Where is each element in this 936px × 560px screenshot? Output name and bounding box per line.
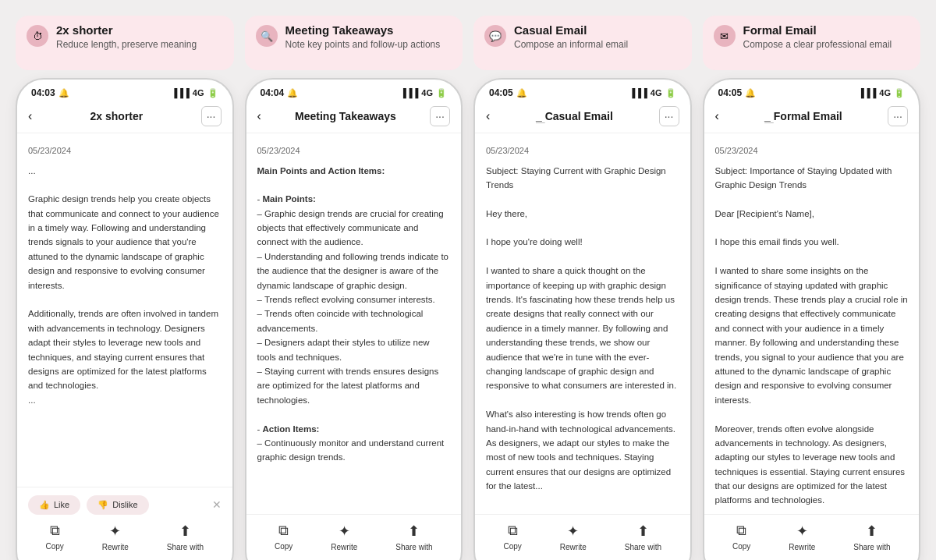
like-button[interactable]: 👍 Like [28,495,80,515]
rewrite-button-label: Rewrite [102,543,129,551]
status-bar-casual: 04:05🔔▐▐▐4G🔋 [475,80,690,101]
status-time: 04:04 [261,87,285,98]
share-button-icon: ⬆ [866,523,878,540]
badge-subtitle-meeting: Note key points and follow-up actions [285,39,441,51]
copy-button-label: Copy [45,542,63,551]
rewrite-button[interactable]: ✦Rewrite [102,523,129,551]
rewrite-button[interactable]: ✦Rewrite [560,523,587,551]
nav-title: Meeting Takeaways [261,110,430,122]
rewrite-button-icon: ✦ [109,523,121,540]
copy-button-label: Copy [732,542,750,551]
phone-footer-meeting: ⧉Copy✦Rewrite⬆Share with [246,514,462,560]
network-label: 4G [193,88,204,97]
copy-button[interactable]: ⧉Copy [45,523,63,551]
share-button-label: Share with [853,543,890,551]
status-right: ▐▐▐4G🔋 [171,88,218,98]
badge-subtitle-casual: Compose an informal email [514,39,628,51]
share-button-label: Share with [625,543,661,551]
action-row: ⧉Copy✦Rewrite⬆Share with [481,523,684,551]
status-time: 04:03 [31,87,55,98]
badge-title-meeting: Meeting Takeaways [285,23,441,37]
status-bar-shorter: 04:03🔔▐▐▐4G🔋 [17,80,232,101]
rewrite-button-label: Rewrite [789,543,815,551]
notification-bell-icon: 🔔 [58,88,69,98]
badge-text-shorter: 2x shorterReduce length, preserve meanin… [56,23,197,51]
column-casual: 💬Casual EmailCompose an informal email04… [473,16,692,560]
signal-icon: ▐▐▐ [629,88,647,97]
phone-casual: 04:05🔔▐▐▐4G🔋‹_ Casual Email···05/23/2024… [473,78,692,560]
badge-formal: ✉Formal EmailCompose a clear professiona… [703,16,921,70]
status-bar-formal: 04:05🔔▐▐▐4G🔋 [704,80,920,101]
copy-button-icon: ⧉ [50,523,60,539]
badge-title-casual: Casual Email [514,23,628,37]
copy-button-icon: ⧉ [736,523,746,539]
nav-title: _ Casual Email [490,110,658,122]
phone-footer-casual: ⧉Copy✦Rewrite⬆Share with [475,514,690,560]
rewrite-button-icon: ✦ [567,523,579,540]
dislike-button[interactable]: 👎 Dislike [87,495,148,515]
phone-nav-meeting: ‹Meeting Takeaways··· [246,101,462,133]
badge-icon-casual: 💬 [484,25,506,47]
more-options-button[interactable]: ··· [888,106,908,126]
column-formal: ✉Formal EmailCompose a clear professiona… [703,16,921,560]
more-options-button[interactable]: ··· [201,106,222,126]
status-time: 04:05 [489,87,513,98]
battery-icon: 🔋 [436,88,447,98]
phone-footer-shorter: 👍 Like👎 Dislike✕⧉Copy✦Rewrite⬆Share with [17,487,232,560]
phone-content-meeting: 05/23/2024Main Points and Action Items:-… [246,133,462,508]
more-options-button[interactable]: ··· [430,106,450,126]
badge-text-meeting: Meeting TakeawaysNote key points and fol… [285,23,441,51]
badge-casual: 💬Casual EmailCompose an informal email [473,16,692,70]
share-button-icon: ⬆ [637,523,649,540]
action-row: ⧉Copy✦Rewrite⬆Share with [23,523,226,551]
nav-title: _ Formal Email [719,110,888,122]
copy-button[interactable]: ⧉Copy [275,523,292,551]
badge-subtitle-shorter: Reduce length, preserve meaning [56,39,197,51]
share-button[interactable]: ⬆Share with [853,523,890,551]
nav-title: 2x shorter [32,110,200,122]
badge-icon-formal: ✉ [714,25,736,47]
content-date: 05/23/2024 [257,144,451,158]
badge-subtitle-formal: Compose a clear professional email [743,39,892,51]
action-row: ⧉Copy✦Rewrite⬆Share with [711,523,913,551]
network-label: 4G [421,88,433,97]
copy-button[interactable]: ⧉Copy [732,523,750,551]
column-shorter: ⏱2x shorterReduce length, preserve meani… [16,16,234,560]
content-date: 05/23/2024 [715,144,909,158]
notification-bell-icon: 🔔 [287,88,298,98]
content-date: 05/23/2024 [28,144,222,158]
status-bar-meeting: 04:04🔔▐▐▐4G🔋 [246,80,462,101]
copy-button-icon: ⧉ [278,523,289,539]
badge-text-casual: Casual EmailCompose an informal email [514,23,628,51]
rewrite-button[interactable]: ✦Rewrite [789,523,815,551]
battery-icon: 🔋 [665,88,676,98]
more-options-button[interactable]: ··· [659,106,679,126]
main-container: ⏱2x shorterReduce length, preserve meani… [16,16,920,560]
rewrite-button[interactable]: ✦Rewrite [331,523,357,551]
share-button[interactable]: ⬆Share with [625,523,661,551]
notification-bell-icon: 🔔 [745,88,756,98]
phone-nav-formal: ‹_ Formal Email··· [704,101,920,133]
copy-button-label: Copy [275,542,292,551]
status-time: 04:05 [718,87,743,98]
feedback-close-button[interactable]: ✕ [212,498,222,511]
share-button[interactable]: ⬆Share with [395,523,432,551]
status-right: ▐▐▐4G🔋 [629,88,675,98]
phone-content-formal: 05/23/2024Subject: Importance of Staying… [704,133,920,508]
column-meeting: 🔍Meeting TakeawaysNote key points and fo… [245,16,463,560]
signal-icon: ▐▐▐ [858,88,876,97]
copy-button[interactable]: ⧉Copy [503,523,521,551]
battery-icon: 🔋 [207,88,218,98]
rewrite-button-label: Rewrite [560,543,587,551]
phone-content-shorter: 05/23/2024...Graphic design trends help … [17,133,232,480]
content-body: Subject: Staying Current with Graphic De… [486,164,679,494]
status-right: ▐▐▐4G🔋 [858,88,905,98]
badge-shorter: ⏱2x shorterReduce length, preserve meani… [16,16,234,70]
share-button[interactable]: ⬆Share with [167,523,204,551]
network-label: 4G [651,88,662,97]
phone-meeting: 04:04🔔▐▐▐4G🔋‹Meeting Takeaways···05/23/2… [245,78,463,560]
phone-content-casual: 05/23/2024Subject: Staying Current with … [475,133,690,508]
copy-button-icon: ⧉ [508,523,518,539]
badge-icon-meeting: 🔍 [256,25,278,47]
share-button-icon: ⬆ [179,523,191,540]
